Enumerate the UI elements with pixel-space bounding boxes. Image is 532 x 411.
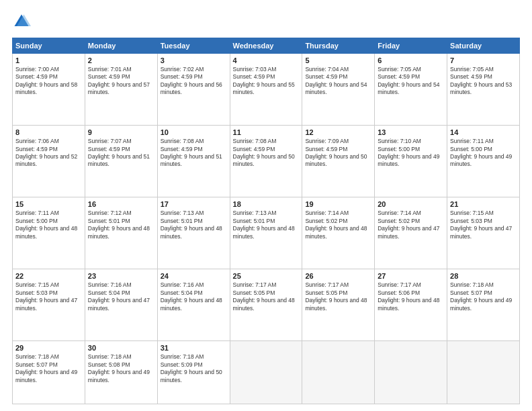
day-number: 5 (305, 56, 371, 64)
day-content: Sunrise: 7:00 AMSunset: 4:59 PMDaylight:… (15, 66, 82, 97)
calendar-day-cell: 21Sunrise: 7:15 AMSunset: 5:03 PMDayligh… (447, 197, 520, 269)
calendar-table: SundayMondayTuesdayWednesdayThursdayFrid… (12, 38, 520, 404)
day-of-week-header: Sunday (13, 38, 85, 54)
day-content: Sunrise: 7:18 AMSunset: 5:07 PMDaylight:… (15, 353, 82, 384)
calendar-body: 1Sunrise: 7:00 AMSunset: 4:59 PMDaylight… (13, 54, 520, 404)
calendar-day-cell: 16Sunrise: 7:12 AMSunset: 5:01 PMDayligh… (85, 197, 157, 269)
calendar-day-cell (302, 341, 375, 404)
day-content: Sunrise: 7:01 AMSunset: 4:59 PMDaylight:… (88, 66, 154, 97)
day-content: Sunrise: 7:17 AMSunset: 5:05 PMDaylight:… (233, 281, 300, 312)
day-content: Sunrise: 7:16 AMSunset: 5:04 PMDaylight:… (161, 281, 227, 312)
day-content: Sunrise: 7:11 AMSunset: 5:00 PMDaylight:… (15, 210, 82, 240)
day-number: 28 (450, 272, 517, 280)
calendar-day-cell: 9Sunrise: 7:07 AMSunset: 4:59 PMDaylight… (85, 126, 157, 197)
day-number: 4 (233, 56, 300, 64)
day-number: 31 (161, 344, 227, 352)
day-number: 19 (305, 200, 371, 208)
calendar-week-row: 22Sunrise: 7:15 AMSunset: 5:03 PMDayligh… (13, 269, 520, 341)
calendar-day-cell: 3Sunrise: 7:02 AMSunset: 4:59 PMDaylight… (157, 54, 230, 126)
day-number: 7 (450, 56, 517, 64)
calendar-day-cell: 30Sunrise: 7:18 AMSunset: 5:08 PMDayligh… (85, 341, 157, 404)
day-number: 18 (233, 200, 300, 208)
calendar-day-cell: 26Sunrise: 7:17 AMSunset: 5:05 PMDayligh… (302, 269, 375, 341)
day-number: 23 (88, 272, 154, 280)
day-content: Sunrise: 7:15 AMSunset: 5:03 PMDaylight:… (450, 210, 517, 240)
day-content: Sunrise: 7:16 AMSunset: 5:04 PMDaylight:… (88, 281, 154, 312)
calendar-day-cell: 25Sunrise: 7:17 AMSunset: 5:05 PMDayligh… (230, 269, 302, 341)
calendar-day-cell: 2Sunrise: 7:01 AMSunset: 4:59 PMDaylight… (85, 54, 157, 126)
day-number: 22 (15, 272, 82, 280)
day-content: Sunrise: 7:08 AMSunset: 4:59 PMDaylight:… (161, 138, 227, 169)
page: SundayMondayTuesdayWednesdayThursdayFrid… (0, 0, 532, 411)
day-content: Sunrise: 7:02 AMSunset: 4:59 PMDaylight:… (161, 66, 227, 97)
day-number: 3 (161, 56, 227, 64)
calendar-day-cell: 10Sunrise: 7:08 AMSunset: 4:59 PMDayligh… (157, 126, 230, 197)
calendar-week-row: 1Sunrise: 7:00 AMSunset: 4:59 PMDaylight… (13, 54, 520, 126)
day-content: Sunrise: 7:12 AMSunset: 5:01 PMDaylight:… (88, 210, 154, 240)
day-number: 12 (305, 128, 371, 136)
day-content: Sunrise: 7:07 AMSunset: 4:59 PMDaylight:… (88, 138, 154, 169)
day-content: Sunrise: 7:13 AMSunset: 5:01 PMDaylight:… (233, 210, 300, 240)
day-content: Sunrise: 7:17 AMSunset: 5:05 PMDaylight:… (305, 281, 371, 312)
day-number: 30 (88, 344, 154, 352)
day-content: Sunrise: 7:14 AMSunset: 5:02 PMDaylight:… (378, 210, 444, 240)
calendar-day-cell: 20Sunrise: 7:14 AMSunset: 5:02 PMDayligh… (375, 197, 447, 269)
day-content: Sunrise: 7:09 AMSunset: 4:59 PMDaylight:… (305, 138, 371, 169)
day-number: 9 (88, 128, 154, 136)
day-of-week-header: Saturday (447, 38, 520, 54)
day-number: 13 (378, 128, 444, 136)
day-of-week-header: Wednesday (230, 38, 302, 54)
day-number: 1 (15, 56, 82, 64)
day-of-week-header: Thursday (302, 38, 375, 54)
calendar-day-cell: 23Sunrise: 7:16 AMSunset: 5:04 PMDayligh… (85, 269, 157, 341)
calendar-day-cell (375, 341, 447, 404)
calendar-day-cell: 1Sunrise: 7:00 AMSunset: 4:59 PMDaylight… (13, 54, 85, 126)
calendar-day-cell: 15Sunrise: 7:11 AMSunset: 5:00 PMDayligh… (13, 197, 85, 269)
calendar-week-row: 15Sunrise: 7:11 AMSunset: 5:00 PMDayligh… (13, 197, 520, 269)
day-number: 24 (161, 272, 227, 280)
calendar-day-cell: 19Sunrise: 7:14 AMSunset: 5:02 PMDayligh… (302, 197, 375, 269)
day-of-week-header: Tuesday (157, 38, 230, 54)
day-content: Sunrise: 7:15 AMSunset: 5:03 PMDaylight:… (15, 281, 82, 312)
day-number: 14 (450, 128, 517, 136)
day-number: 25 (233, 272, 300, 280)
day-number: 20 (378, 200, 444, 208)
day-number: 6 (378, 56, 444, 64)
calendar-day-cell: 18Sunrise: 7:13 AMSunset: 5:01 PMDayligh… (230, 197, 302, 269)
day-content: Sunrise: 7:17 AMSunset: 5:06 PMDaylight:… (378, 281, 444, 312)
calendar-day-cell: 27Sunrise: 7:17 AMSunset: 5:06 PMDayligh… (375, 269, 447, 341)
day-of-week-header: Monday (85, 38, 157, 54)
day-number: 10 (161, 128, 227, 136)
logo (12, 12, 34, 31)
calendar-day-cell: 31Sunrise: 7:18 AMSunset: 5:09 PMDayligh… (157, 341, 230, 404)
day-content: Sunrise: 7:18 AMSunset: 5:09 PMDaylight:… (161, 353, 227, 384)
header (12, 12, 520, 31)
day-content: Sunrise: 7:03 AMSunset: 4:59 PMDaylight:… (233, 66, 300, 97)
day-number: 8 (15, 128, 82, 136)
calendar-day-cell: 6Sunrise: 7:05 AMSunset: 4:59 PMDaylight… (375, 54, 447, 126)
calendar-day-cell: 5Sunrise: 7:04 AMSunset: 4:59 PMDaylight… (302, 54, 375, 126)
day-number: 17 (161, 200, 227, 208)
day-content: Sunrise: 7:06 AMSunset: 4:59 PMDaylight:… (15, 138, 82, 169)
calendar-week-row: 29Sunrise: 7:18 AMSunset: 5:07 PMDayligh… (13, 341, 520, 404)
day-number: 26 (305, 272, 371, 280)
calendar-day-cell: 11Sunrise: 7:08 AMSunset: 4:59 PMDayligh… (230, 126, 302, 197)
calendar-day-cell (230, 341, 302, 404)
day-content: Sunrise: 7:05 AMSunset: 4:59 PMDaylight:… (378, 66, 444, 97)
day-number: 11 (233, 128, 300, 136)
calendar-day-cell: 17Sunrise: 7:13 AMSunset: 5:01 PMDayligh… (157, 197, 230, 269)
logo-icon (12, 12, 31, 31)
calendar-day-cell: 8Sunrise: 7:06 AMSunset: 4:59 PMDaylight… (13, 126, 85, 197)
day-number: 15 (15, 200, 82, 208)
day-content: Sunrise: 7:18 AMSunset: 5:08 PMDaylight:… (88, 353, 154, 384)
day-number: 21 (450, 200, 517, 208)
day-number: 2 (88, 56, 154, 64)
calendar-day-cell: 28Sunrise: 7:18 AMSunset: 5:07 PMDayligh… (447, 269, 520, 341)
day-content: Sunrise: 7:13 AMSunset: 5:01 PMDaylight:… (161, 210, 227, 240)
calendar-day-cell: 4Sunrise: 7:03 AMSunset: 4:59 PMDaylight… (230, 54, 302, 126)
day-content: Sunrise: 7:11 AMSunset: 5:00 PMDaylight:… (450, 138, 517, 169)
calendar-day-cell (447, 341, 520, 404)
day-of-week-row: SundayMondayTuesdayWednesdayThursdayFrid… (13, 38, 520, 54)
day-number: 29 (15, 344, 82, 352)
calendar-week-row: 8Sunrise: 7:06 AMSunset: 4:59 PMDaylight… (13, 126, 520, 197)
